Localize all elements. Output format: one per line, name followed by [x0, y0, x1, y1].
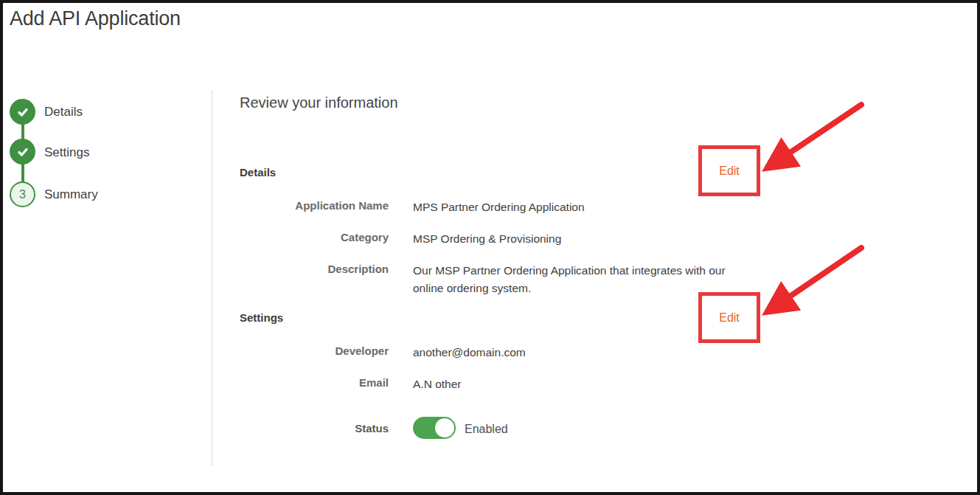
step-details-circle[interactable] [10, 99, 35, 125]
developer-value: another@domain.com [413, 344, 526, 361]
application-name-value: MPS Partner Ordering Application [413, 198, 585, 216]
add-api-application-page: { "page": { "title": "Add API Applicatio… [0, 0, 980, 495]
email-value: A.N other [413, 375, 461, 393]
step-details-label[interactable]: Details [44, 105, 83, 120]
annotation-arrow [769, 105, 861, 167]
developer-label: Developer [240, 344, 389, 359]
review-heading: Review your information [240, 94, 398, 111]
step-settings-label[interactable]: Settings [44, 145, 89, 160]
page-title: Add API Application [10, 7, 181, 30]
settings-section-title: Settings [240, 311, 283, 324]
annotation-highlight-box: Edit [698, 145, 760, 196]
annotation-arrow [769, 248, 861, 311]
check-icon [16, 105, 29, 119]
description-label: Description [240, 262, 389, 277]
step-settings-circle[interactable] [10, 139, 35, 165]
description-value: Our MSP Partner Ordering Application tha… [413, 262, 746, 297]
status-label: Status [240, 421, 389, 436]
status-toggle[interactable] [413, 417, 456, 439]
category-label: Category [240, 230, 389, 245]
step-number-badge: 3 [19, 188, 26, 201]
step-summary-circle[interactable]: 3 [10, 181, 35, 207]
sidebar-divider [212, 90, 212, 466]
status-value: Enabled [465, 423, 508, 436]
step-summary-label[interactable]: Summary [44, 187, 98, 202]
edit-details-button[interactable]: Edit [719, 165, 740, 178]
email-label: Email [240, 375, 389, 390]
toggle-knob [435, 418, 454, 437]
edit-settings-button[interactable]: Edit [719, 311, 740, 325]
application-name-label: Application Name [240, 198, 389, 213]
check-icon [16, 145, 29, 159]
details-section-title: Details [240, 166, 276, 179]
category-value: MSP Ordering & Provisioning [413, 230, 561, 248]
annotation-highlight-box: Edit [698, 292, 760, 343]
